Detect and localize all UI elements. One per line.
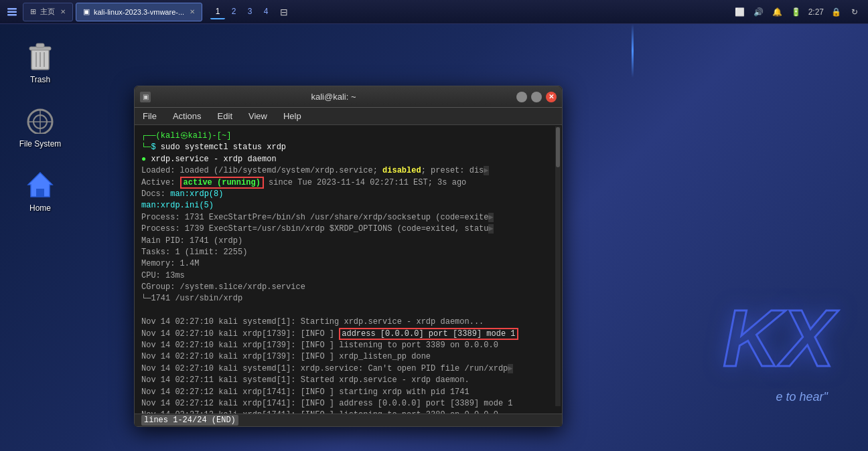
terminal-line-10: Main PID: 1741 (xrdp) xyxy=(141,236,555,247)
trash-label: Trash xyxy=(30,75,50,84)
taskbar-right: ⬜ 🔊 🔔 🔋 2:27 🔒 ↻ xyxy=(733,5,868,19)
terminal-line-15: └─1741 /usr/sbin/xrdp xyxy=(141,293,555,304)
desktop: ⊞ 主页 ✕ ▣ kali-linux-2023.3-vmware-... ✕ … xyxy=(0,0,868,451)
terminal-line-3: ● xrdp.service - xrdp daemon xyxy=(141,154,555,165)
svg-rect-14 xyxy=(36,189,44,197)
active-status-highlight: active (running) xyxy=(180,177,264,189)
taskbar-tab-home[interactable]: ⊞ 主页 ✕ xyxy=(23,3,73,21)
terminal-line-8: Process: 1731 ExecStartPre=/bin/sh /usr/… xyxy=(141,212,555,223)
display-icon[interactable]: ⬜ xyxy=(733,5,747,19)
info-address-highlight: address [0.0.0.0] port [3389] mode 1 xyxy=(339,328,518,340)
desktop-icons: Trash File System xyxy=(13,40,67,213)
workspace-switcher: 1 2 3 4 xyxy=(210,5,273,19)
terminal-log-5: Nov 14 02:27:10 kali systemd[1]: xrdp.se… xyxy=(141,363,555,375)
terminal-body[interactable]: ┌──(kali㉿kali)-[~] └─$ sudo systemctl st… xyxy=(135,125,562,414)
notification-icon[interactable]: 🔔 xyxy=(771,5,784,19)
terminal-line-14: CGroup: /system.slice/xrdp.service xyxy=(141,282,555,293)
trash-icon-desktop[interactable]: Trash xyxy=(13,40,67,84)
terminal-line-9: Process: 1739 ExecStart=/usr/sbin/xrdp $… xyxy=(141,223,555,235)
menu-actions[interactable]: Actions xyxy=(170,110,204,122)
menu-help[interactable]: Help xyxy=(281,110,304,122)
svg-rect-1 xyxy=(7,11,17,13)
home-icon-image xyxy=(24,169,56,201)
terminal-log-1: Nov 14 02:27:10 kali systemd[1]: Startin… xyxy=(141,317,555,328)
terminal-log-8: Nov 14 02:27:12 kali xrdp[1741]: [INFO ]… xyxy=(141,398,555,410)
blue-decoration xyxy=(632,24,634,78)
terminal-line-13: CPU: 13ms xyxy=(141,270,555,282)
app-menu-icon[interactable] xyxy=(3,3,21,21)
filesystem-label: File System xyxy=(19,139,62,149)
menu-view[interactable]: View xyxy=(246,110,270,122)
terminal-line-1: ┌──(kali㉿kali)-[~] xyxy=(141,130,555,142)
svg-rect-2 xyxy=(7,14,17,16)
menu-file[interactable]: File xyxy=(140,110,159,122)
kx-logo-decoration: KX xyxy=(723,292,835,384)
filesystem-icon-desktop[interactable]: File System xyxy=(13,104,67,149)
taskbar-extra-icon[interactable]: ⊟ xyxy=(275,3,293,21)
home-label: Home xyxy=(29,203,51,213)
tab-home-label: 主页 xyxy=(40,7,55,17)
filesystem-icon-image xyxy=(24,104,56,137)
terminal-line-11: Tasks: 1 (limit: 2255) xyxy=(141,247,555,258)
tab-kali-close[interactable]: ✕ xyxy=(190,8,195,15)
terminal-line-blank xyxy=(141,305,555,317)
terminal-log-4: Nov 14 02:27:10 kali xrdp[1739]: [INFO ]… xyxy=(141,351,555,363)
terminal-titlebar: ▣ kali@kali: ~ ✕ xyxy=(135,86,562,108)
battery-icon[interactable]: 🔋 xyxy=(790,5,803,19)
close-button[interactable]: ✕ xyxy=(546,92,557,102)
terminal-status-line: lines 1-24/24 (END) xyxy=(135,414,562,426)
terminal-controls: ✕ xyxy=(516,92,557,102)
workspace-4[interactable]: 4 xyxy=(259,5,273,19)
minimize-button[interactable] xyxy=(516,92,527,102)
taskbar-left: ⊞ 主页 ✕ ▣ kali-linux-2023.3-vmware-... ✕ … xyxy=(0,3,293,21)
menu-edit[interactable]: Edit xyxy=(215,110,235,122)
volume-icon[interactable]: 🔊 xyxy=(752,5,766,19)
taskbar: ⊞ 主页 ✕ ▣ kali-linux-2023.3-vmware-... ✕ … xyxy=(0,0,868,24)
clock: 2:27 xyxy=(808,7,824,17)
workspace-3[interactable]: 3 xyxy=(242,5,257,19)
workspace-1[interactable]: 1 xyxy=(210,5,225,19)
terminal-log-6: Nov 14 02:27:11 kali systemd[1]: Started… xyxy=(141,375,555,386)
terminal-line-4: Loaded: loaded (/lib/systemd/system/xrdp… xyxy=(141,165,555,177)
terminal-line-5: Active: active (running) since Tue 2023-… xyxy=(141,177,555,189)
terminal-title-icon: ▣ xyxy=(140,92,151,102)
maximize-button[interactable] xyxy=(531,92,542,102)
terminal-content: ┌──(kali㉿kali)-[~] └─$ sudo systemctl st… xyxy=(141,130,555,414)
tab-kali-icon: ▣ xyxy=(83,7,90,16)
home-icon-desktop[interactable]: Home xyxy=(13,169,67,213)
kx-text-decoration: e to hear" xyxy=(776,390,828,404)
terminal-log-3: Nov 14 02:27:10 kali xrdp[1739]: [INFO ]… xyxy=(141,340,555,351)
terminal-line-6: Docs: man:xrdp(8) xyxy=(141,189,555,200)
terminal-window: ▣ kali@kali: ~ ✕ File Actions Edit View … xyxy=(134,86,563,427)
status-text: lines 1-24/24 (END) xyxy=(141,415,238,426)
svg-rect-5 xyxy=(36,43,44,48)
terminal-menubar: File Actions Edit View Help xyxy=(135,108,562,125)
terminal-log-7: Nov 14 02:27:12 kali xrdp[1741]: [INFO ]… xyxy=(141,387,555,398)
terminal-log-2: Nov 14 02:27:10 kali xrdp[1739]: [INFO ]… xyxy=(141,329,555,340)
terminal-line-12: Memory: 1.4M xyxy=(141,258,555,270)
lock-icon[interactable]: 🔒 xyxy=(829,5,843,19)
tab-home-icon: ⊞ xyxy=(30,7,36,16)
trash-icon-image xyxy=(24,40,56,72)
tab-kali-label: kali-linux-2023.3-vmware-... xyxy=(94,8,184,16)
terminal-scroll-thumb[interactable] xyxy=(556,127,560,167)
terminal-title-text: kali@kali: ~ xyxy=(151,92,516,102)
terminal-line-2: └─$ sudo systemctl status xrdp xyxy=(141,142,555,153)
taskbar-tab-kali[interactable]: ▣ kali-linux-2023.3-vmware-... ✕ xyxy=(76,3,202,21)
power-icon[interactable]: ↻ xyxy=(848,5,861,19)
svg-rect-0 xyxy=(7,8,17,10)
tab-home-close[interactable]: ✕ xyxy=(60,8,66,15)
terminal-line-7: man:xrdp.ini(5) xyxy=(141,200,555,211)
workspace-2[interactable]: 2 xyxy=(226,5,241,19)
terminal-scrollbar[interactable] xyxy=(555,126,561,406)
